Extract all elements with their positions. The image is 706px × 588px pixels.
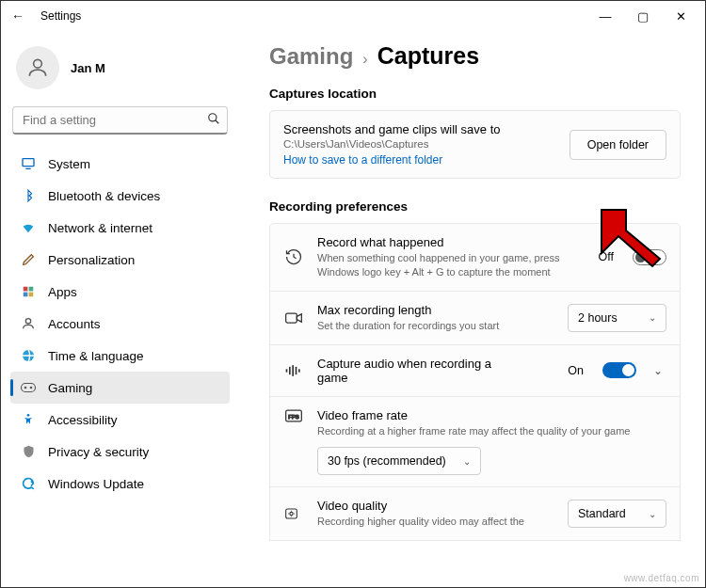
- sidebar-item-label: Accessibility: [48, 413, 118, 427]
- row-desc: When something cool happened in your gam…: [317, 251, 571, 279]
- row-desc: Recording at a higher frame rate may aff…: [317, 424, 666, 438]
- svg-rect-16: [286, 369, 288, 372]
- sidebar-item-accounts[interactable]: Accounts: [10, 308, 230, 340]
- quality-icon: [283, 505, 304, 522]
- chevron-down-icon: ⌄: [649, 312, 656, 323]
- user-name: Jan M: [71, 61, 105, 75]
- svg-point-12: [24, 387, 26, 389]
- main-content: Gaming › Captures Captures location Scre…: [241, 31, 705, 587]
- sidebar-item-bluetooth[interactable]: Bluetooth & devices: [10, 180, 230, 212]
- breadcrumb: Gaming › Captures: [269, 42, 681, 70]
- history-icon: [283, 247, 304, 266]
- svg-rect-11: [22, 384, 36, 392]
- search-box[interactable]: [12, 106, 228, 135]
- captures-save-text: Screenshots and game clips will save to: [283, 122, 554, 136]
- row-title: Video quality: [317, 499, 554, 513]
- sidebar-item-label: Personalization: [48, 253, 135, 267]
- svg-text:FPS: FPS: [288, 413, 298, 419]
- toggle-state-label: Off: [599, 250, 614, 263]
- sidebar-item-personalization[interactable]: Personalization: [10, 244, 230, 276]
- sidebar-item-network[interactable]: Network & internet: [10, 212, 230, 244]
- sidebar-item-label: Network & internet: [48, 221, 152, 235]
- sidebar-item-accessibility[interactable]: Accessibility: [10, 404, 230, 436]
- sidebar-item-time[interactable]: Time & language: [10, 340, 230, 372]
- recording-prefs-list: Record what happened When something cool…: [269, 223, 681, 541]
- sidebar-item-privacy[interactable]: Privacy & security: [10, 436, 230, 468]
- svg-point-14: [27, 414, 30, 417]
- svg-rect-18: [292, 365, 294, 376]
- svg-line-2: [216, 120, 219, 124]
- avatar: [16, 46, 59, 89]
- frame-rate-dropdown[interactable]: 30 fps (recommended)⌄: [317, 447, 481, 475]
- recording-prefs-heading: Recording preferences: [269, 199, 681, 214]
- svg-rect-17: [289, 366, 291, 373]
- svg-rect-8: [29, 293, 34, 297]
- row-desc: Set the duration for recordings you star…: [317, 319, 554, 333]
- sidebar-item-system[interactable]: System: [10, 148, 230, 180]
- bluetooth-icon: [20, 187, 37, 204]
- capture-audio-row[interactable]: Capture audio when recording a game On ⌄: [269, 345, 681, 397]
- svg-rect-19: [296, 366, 297, 373]
- sidebar-item-label: Bluetooth & devices: [48, 189, 160, 203]
- close-button[interactable]: ✕: [662, 9, 699, 24]
- how-to-save-link[interactable]: How to save to a different folder: [283, 153, 554, 167]
- gaming-icon: [20, 379, 37, 396]
- minimize-button[interactable]: —: [586, 9, 624, 24]
- system-icon: [20, 155, 37, 172]
- row-title: Capture audio when recording a game: [317, 357, 515, 385]
- wifi-icon: [20, 219, 37, 236]
- sidebar-item-label: Gaming: [48, 381, 92, 395]
- row-title: Max recording length: [317, 303, 554, 317]
- audio-toggle[interactable]: [602, 362, 636, 378]
- svg-point-13: [30, 387, 32, 389]
- sidebar-item-label: Apps: [48, 285, 77, 299]
- sidebar-item-label: Time & language: [48, 349, 144, 363]
- record-what-happened-row[interactable]: Record what happened When something cool…: [269, 223, 681, 292]
- audio-icon: [283, 363, 304, 378]
- sidebar-item-update[interactable]: Windows Update: [10, 468, 230, 500]
- expand-chevron-icon[interactable]: ⌄: [650, 364, 666, 377]
- frame-rate-row[interactable]: FPS Video frame rate Recording at a high…: [269, 397, 681, 488]
- nav-list: System Bluetooth & devices Network & int…: [10, 148, 230, 500]
- sidebar-item-apps[interactable]: Apps: [10, 276, 230, 308]
- row-title: Video frame rate: [317, 408, 666, 422]
- apps-icon: [20, 283, 37, 300]
- svg-rect-15: [286, 313, 297, 323]
- accounts-icon: [20, 315, 37, 332]
- page-title: Captures: [377, 42, 479, 70]
- max-recording-length-row[interactable]: Max recording length Set the duration fo…: [269, 292, 681, 345]
- sidebar: Jan M System Bluetooth & devices Network…: [1, 31, 241, 587]
- record-toggle[interactable]: [633, 249, 666, 265]
- svg-rect-5: [24, 287, 28, 292]
- breadcrumb-parent[interactable]: Gaming: [269, 43, 353, 70]
- sidebar-item-label: System: [48, 157, 90, 171]
- search-input[interactable]: [12, 106, 228, 135]
- accessibility-icon: [20, 411, 37, 428]
- toggle-state-label: On: [568, 364, 584, 377]
- shield-icon: [20, 443, 37, 460]
- svg-point-9: [25, 319, 30, 324]
- globe-icon: [20, 347, 37, 364]
- titlebar: ← Settings — ▢ ✕: [1, 1, 705, 31]
- sidebar-item-gaming[interactable]: Gaming: [10, 372, 230, 404]
- user-profile[interactable]: Jan M: [10, 40, 230, 103]
- update-icon: [20, 475, 37, 492]
- captures-location-card: Screenshots and game clips will save to …: [269, 110, 681, 179]
- svg-rect-23: [286, 509, 297, 518]
- video-icon: [283, 310, 304, 326]
- svg-rect-6: [29, 287, 34, 292]
- row-title: Record what happened: [317, 235, 586, 249]
- video-quality-row[interactable]: Video quality Recording higher quality v…: [269, 487, 681, 541]
- sidebar-item-label: Windows Update: [48, 477, 144, 491]
- svg-point-24: [290, 513, 293, 516]
- svg-rect-20: [298, 369, 300, 372]
- captures-path: C:\Users\Jan\Videos\Captures: [283, 138, 554, 150]
- svg-point-1: [209, 114, 217, 121]
- captures-location-heading: Captures location: [269, 87, 681, 101]
- max-length-dropdown[interactable]: 2 hours⌄: [568, 304, 666, 332]
- open-folder-button[interactable]: Open folder: [570, 130, 666, 160]
- back-button[interactable]: ←: [7, 8, 29, 24]
- svg-rect-3: [23, 159, 34, 167]
- maximize-button[interactable]: ▢: [624, 9, 662, 24]
- video-quality-dropdown[interactable]: Standard⌄: [568, 500, 666, 528]
